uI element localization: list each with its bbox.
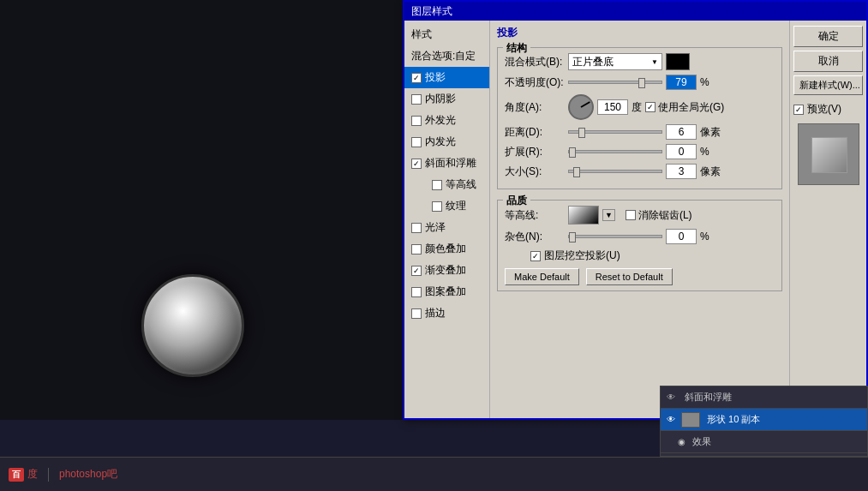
bevel-checkbox[interactable] <box>411 159 422 169</box>
use-global-light-row: 使用全局光(G) <box>645 100 724 115</box>
sidebar-inner-glow-label: 内发光 <box>425 135 456 149</box>
dialog-sidebar: 样式 混合选项:自定 投影 内阴影 外发光 <box>404 21 490 418</box>
angle-row: 角度(A): 度 使用全局光(G) <box>505 94 775 120</box>
drop-shadow-checkbox[interactable] <box>411 73 422 83</box>
size-row: 大小(S): 像素 <box>505 164 775 179</box>
blend-mode-value: 正片叠底 <box>572 55 614 69</box>
angle-dial[interactable] <box>568 94 594 120</box>
opacity-thumb[interactable] <box>638 78 645 88</box>
distance-slider[interactable] <box>568 130 662 134</box>
noise-input[interactable] <box>666 229 697 244</box>
opacity-input[interactable] <box>666 75 697 90</box>
structure-group: 结构 混合模式(B): 正片叠底 ▼ 不透明度(O): <box>497 47 782 189</box>
inner-glow-checkbox[interactable] <box>411 137 422 147</box>
layer-knockout-row: 图层挖空投影(U) <box>530 248 775 263</box>
angle-input[interactable] <box>597 99 628 115</box>
layer-row-bevel[interactable]: 👁 斜面和浮雕 <box>661 386 867 409</box>
noise-unit: % <box>700 231 709 243</box>
quality-group: 品质 等高线: ▼ 消除锯齿(L) 杂色(N): <box>497 200 782 291</box>
contour-checkbox[interactable] <box>432 180 442 190</box>
blend-mode-arrow: ▼ <box>651 58 658 66</box>
opacity-row: 不透明度(O): % <box>505 75 775 90</box>
contour-dropdown-btn[interactable]: ▼ <box>602 209 615 221</box>
layer-knockout-checkbox[interactable] <box>530 251 541 261</box>
use-global-light-checkbox[interactable] <box>645 102 655 112</box>
sidebar-item-drop-shadow[interactable]: 投影 <box>404 67 489 88</box>
spread-slider[interactable] <box>568 150 662 153</box>
anti-alias-checkbox[interactable] <box>626 210 636 220</box>
ok-button[interactable]: 确定 <box>793 26 863 47</box>
sidebar-item-texture[interactable]: 纹理 <box>404 195 489 217</box>
sidebar-drop-shadow-label: 投影 <box>425 70 446 85</box>
sidebar-item-pattern-overlay[interactable]: 图案叠加 <box>404 281 489 302</box>
use-global-light-label: 使用全局光(G) <box>658 100 724 115</box>
cancel-button[interactable]: 取消 <box>793 51 863 72</box>
blend-color-swatch[interactable] <box>666 53 690 70</box>
outer-glow-checkbox[interactable] <box>411 116 422 126</box>
size-thumb[interactable] <box>573 167 580 177</box>
gradient-overlay-checkbox[interactable] <box>411 266 422 276</box>
expand-effects[interactable]: ◉ <box>678 437 685 446</box>
sidebar-item-bevel[interactable]: 斜面和浮雕 <box>404 153 489 174</box>
sidebar-item-satin[interactable]: 光泽 <box>404 217 489 238</box>
dialog-main-content: 投影 结构 混合模式(B): 正片叠底 ▼ 不透明度(O): <box>490 21 789 418</box>
sidebar-item-outer-glow[interactable]: 外发光 <box>404 110 489 131</box>
noise-thumb[interactable] <box>569 232 576 243</box>
pattern-overlay-checkbox[interactable] <box>411 287 422 297</box>
circle-button[interactable] <box>141 274 244 377</box>
preview-checkbox[interactable] <box>793 105 804 115</box>
sidebar-item-blend[interactable]: 混合选项:自定 <box>404 45 489 67</box>
angle-unit: 度 <box>632 100 642 115</box>
inner-shadow-checkbox[interactable] <box>411 94 422 105</box>
spread-label: 扩展(R): <box>505 145 565 159</box>
blend-mode-label: 混合模式(B): <box>505 55 565 69</box>
distance-row: 距离(D): 像素 <box>505 124 775 140</box>
new-style-button[interactable]: 新建样式(W)... <box>793 75 863 95</box>
opacity-slider[interactable] <box>568 81 662 84</box>
spread-input[interactable] <box>666 144 697 159</box>
noise-label: 杂色(N): <box>505 230 565 244</box>
spread-thumb[interactable] <box>569 147 576 158</box>
reset-to-default-button[interactable]: Reset to Default <box>586 268 673 285</box>
sidebar-item-stroke[interactable]: 描边 <box>404 302 489 324</box>
texture-checkbox[interactable] <box>432 201 442 212</box>
layer-row-effects[interactable]: ◉ 效果 <box>661 431 867 453</box>
distance-thumb[interactable] <box>578 128 585 138</box>
contour-row: 等高线: ▼ 消除锯齿(L) <box>505 206 775 225</box>
blend-mode-dropdown[interactable]: 正片叠底 ▼ <box>568 53 662 70</box>
sidebar-blend-label: 混合选项:自定 <box>411 49 476 63</box>
preview-row: 预览(V) <box>793 102 863 117</box>
make-default-button[interactable]: Make Default <box>505 268 579 285</box>
bottom-buttons-row: Make Default Reset to Default <box>505 268 775 285</box>
separator <box>48 468 49 482</box>
size-input[interactable] <box>666 164 697 179</box>
sidebar-item-style[interactable]: 样式 <box>404 24 489 45</box>
color-overlay-checkbox[interactable] <box>411 244 422 254</box>
sidebar-style-label: 样式 <box>411 27 432 42</box>
noise-slider[interactable] <box>568 235 662 238</box>
eye-bevel-icon: 👁 <box>667 392 675 402</box>
satin-checkbox[interactable] <box>411 223 422 233</box>
angle-hand <box>581 101 590 108</box>
sidebar-item-contour[interactable]: 等高线 <box>404 174 489 195</box>
layer-thumb-shape <box>681 412 700 428</box>
distance-input[interactable] <box>666 124 697 140</box>
layer-row-shape[interactable]: 👁 形状 10 副本 <box>661 409 867 431</box>
eye-bevel[interactable]: 👁 <box>664 391 678 404</box>
sidebar-pattern-overlay-label: 图案叠加 <box>425 284 466 299</box>
sidebar-item-color-overlay[interactable]: 颜色叠加 <box>404 238 489 260</box>
eye-shape[interactable]: 👁 <box>664 413 678 427</box>
stroke-checkbox[interactable] <box>411 308 422 319</box>
sidebar-item-inner-shadow[interactable]: 内阴影 <box>404 88 489 110</box>
size-slider[interactable] <box>568 170 662 173</box>
contour-preview[interactable] <box>568 206 599 225</box>
sidebar-item-gradient-overlay[interactable]: 渐变叠加 <box>404 260 489 281</box>
sidebar-bevel-label: 斜面和浮雕 <box>425 156 476 171</box>
anti-alias-row: 消除锯齿(L) <box>626 208 692 223</box>
size-label: 大小(S): <box>505 165 565 179</box>
spread-row: 扩展(R): % <box>505 144 775 159</box>
taskbar-logo-text: 度 <box>27 467 38 482</box>
quality-title: 品质 <box>503 194 530 208</box>
eye-shape-icon: 👁 <box>667 415 675 424</box>
sidebar-item-inner-glow[interactable]: 内发光 <box>404 131 489 153</box>
